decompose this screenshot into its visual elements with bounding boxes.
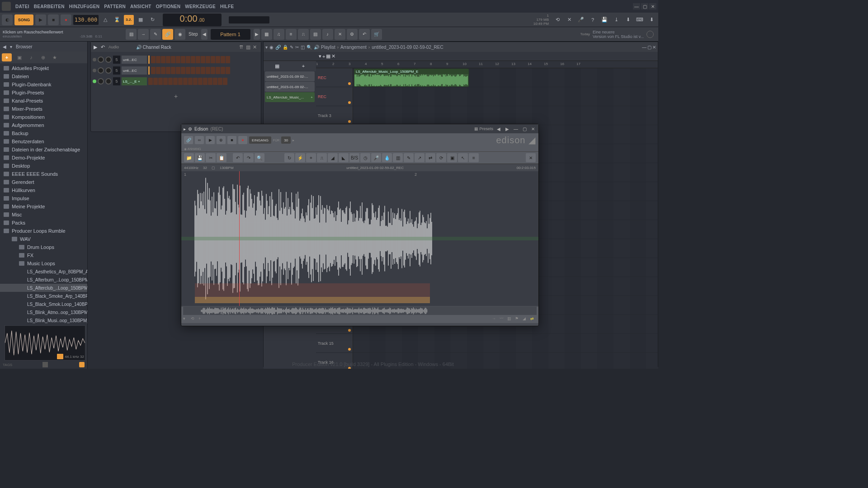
ed-fx4-icon[interactable]: ⎍ — [317, 153, 327, 162]
step-cell[interactable] — [201, 67, 205, 74]
step-cell[interactable] — [153, 78, 158, 85]
step-cell[interactable] — [148, 78, 153, 85]
link-icon[interactable]: 🔗 — [162, 29, 173, 40]
step-cell[interactable] — [171, 67, 175, 74]
tree-item[interactable]: Producer Loops Rumble — [0, 227, 87, 235]
pr-button[interactable]: ♫ — [274, 29, 284, 40]
browser-add-button[interactable]: + — [2, 53, 12, 61]
pl-tool3-icon[interactable]: ◫ — [301, 45, 305, 50]
undo-history-icon[interactable]: ⟲ — [552, 15, 562, 25]
wait-icon[interactable]: ⌛ — [112, 15, 122, 25]
ed-redo-icon[interactable]: ↷ — [244, 153, 254, 162]
tree-item[interactable]: Aktuelles Projekt — [0, 64, 87, 72]
picker-item[interactable]: untitled_2023-01-09 02-... — [265, 71, 315, 81]
ed-undo-icon[interactable]: ↶ — [233, 153, 243, 162]
step-cell[interactable] — [186, 67, 190, 74]
tree-item[interactable]: Impulse — [0, 194, 87, 202]
br-button[interactable]: ▤ — [310, 29, 321, 40]
rack-play-icon[interactable]: ▶ — [94, 44, 97, 50]
track-header[interactable]: Track 15 — [316, 334, 353, 352]
pl-max-icon[interactable]: ▢ — [647, 45, 651, 50]
ed-next-preset[interactable]: ▶ — [504, 126, 510, 132]
step-cell[interactable] — [168, 78, 173, 85]
loop-rec-icon[interactable]: ↻ — [147, 15, 157, 25]
tree-item[interactable]: LS_Afterclub_..Loop_150BPM_E — [0, 284, 87, 292]
time-ruler[interactable]: 1234567891011121314151617 — [316, 61, 658, 68]
tree-item[interactable]: Kanal-Presets — [0, 97, 87, 105]
ed-stop-button[interactable]: ■ — [227, 136, 236, 144]
ed-record-button[interactable]: ● — [238, 136, 247, 144]
step-cell[interactable] — [223, 78, 227, 85]
mixer-track-num[interactable]: 5 — [113, 77, 120, 85]
tree-item[interactable]: FX — [0, 251, 87, 259]
edf-drag-icon[interactable]: ⇄ — [530, 316, 537, 322]
pan-knob[interactable] — [98, 67, 104, 74]
ed-prev-preset[interactable]: ◀ — [495, 126, 502, 132]
tree-item[interactable]: Desktop — [0, 162, 87, 170]
ed-fx15-icon[interactable]: ⟳ — [436, 153, 446, 162]
tree-item[interactable]: Backup — [0, 129, 87, 137]
step-cell[interactable] — [216, 56, 220, 63]
shop-icon[interactable]: 🛒 — [371, 29, 382, 40]
step-cell[interactable] — [158, 78, 163, 85]
tree-item[interactable]: Dateien in der Zwischenablage — [0, 145, 87, 154]
step-cell[interactable] — [196, 56, 200, 63]
ed-open-icon[interactable]: 📁 — [184, 153, 194, 162]
picker-item[interactable]: LS_Afterclub_Music_...+ — [265, 92, 315, 102]
track-lane[interactable] — [353, 106, 658, 125]
ed-fx6-icon[interactable]: ◣ — [339, 153, 349, 162]
step-cell[interactable] — [151, 67, 156, 74]
pan-knob[interactable] — [98, 78, 104, 84]
tree-item[interactable]: Demo-Projekte — [0, 154, 87, 162]
mixer-track-num[interactable]: 5 — [113, 66, 120, 75]
ed-cut-icon[interactable]: ✂ — [206, 153, 216, 162]
pan-knob[interactable] — [98, 56, 104, 63]
picker-mode2-icon[interactable]: + — [302, 63, 305, 69]
rack-group[interactable]: Audio — [108, 45, 119, 49]
step-cell[interactable] — [221, 67, 225, 74]
tree-item[interactable]: Plugin-Presets — [0, 89, 87, 97]
step-cell[interactable] — [163, 78, 168, 85]
tree-item[interactable]: LS_Blink_Musi..oop_130BPM_Am — [0, 316, 87, 324]
ed-play-button[interactable]: ▶ — [206, 136, 215, 144]
channel-led[interactable] — [93, 80, 96, 83]
tempo-button[interactable]: ♪ — [322, 29, 333, 40]
save-icon[interactable]: 💾 — [599, 15, 609, 25]
step-cell[interactable] — [218, 78, 222, 85]
browser-preview[interactable]: 44.1 kHz 32 — [5, 325, 85, 361]
ed-fx16-icon[interactable]: ▣ — [447, 153, 457, 162]
step-cell[interactable] — [191, 56, 195, 63]
tree-item[interactable]: Music Loops — [0, 259, 87, 267]
step-cell[interactable] — [171, 56, 175, 63]
search-icon[interactable] — [79, 362, 85, 367]
tree-item[interactable]: Dateien — [0, 72, 87, 80]
vol-knob[interactable] — [105, 56, 112, 63]
ed-link-icon[interactable]: 🔗 — [184, 136, 193, 144]
tree-item[interactable]: LS_Black_Smok.Loop_140BPM_G — [0, 300, 87, 308]
close-all-icon[interactable]: ✕ — [335, 29, 345, 40]
ed-fx10-icon[interactable]: 💧 — [382, 153, 392, 162]
undo2-icon[interactable]: ↶ — [359, 29, 370, 40]
ed-fx3-icon[interactable]: + — [306, 153, 316, 162]
mute-dot[interactable] — [348, 101, 351, 104]
tree-item[interactable]: Plugin-Datenbank — [0, 80, 87, 89]
pl-zoom-icon[interactable]: + — [322, 54, 325, 59]
step-cell[interactable] — [188, 78, 193, 85]
edf-wave-icon[interactable]: 〰 — [500, 316, 506, 322]
browser-filter1-icon[interactable]: ▣ — [15, 54, 24, 61]
step-cell[interactable] — [213, 78, 217, 85]
channel-led[interactable] — [93, 69, 96, 72]
browser-filter3-icon[interactable]: ⊕ — [39, 54, 47, 61]
channel-name[interactable]: LS_..._E + — [122, 77, 147, 85]
edf-send-icon[interactable]: → — [492, 316, 498, 322]
ed-close-icon[interactable]: ✕ — [530, 126, 536, 132]
step-cell[interactable] — [176, 56, 180, 63]
step-cell[interactable] — [216, 67, 220, 74]
pl-tool1-icon[interactable]: ✎ — [290, 45, 293, 50]
pl-tool4-icon[interactable]: 🔍 — [307, 45, 312, 50]
step-cell[interactable] — [226, 67, 230, 74]
edf-flag-icon[interactable]: ⚑ — [515, 316, 521, 322]
tree-item[interactable]: Aufgenommen — [0, 121, 87, 129]
channel-led[interactable] — [93, 58, 96, 61]
rack-bars-icon[interactable]: ▥ — [246, 44, 251, 50]
